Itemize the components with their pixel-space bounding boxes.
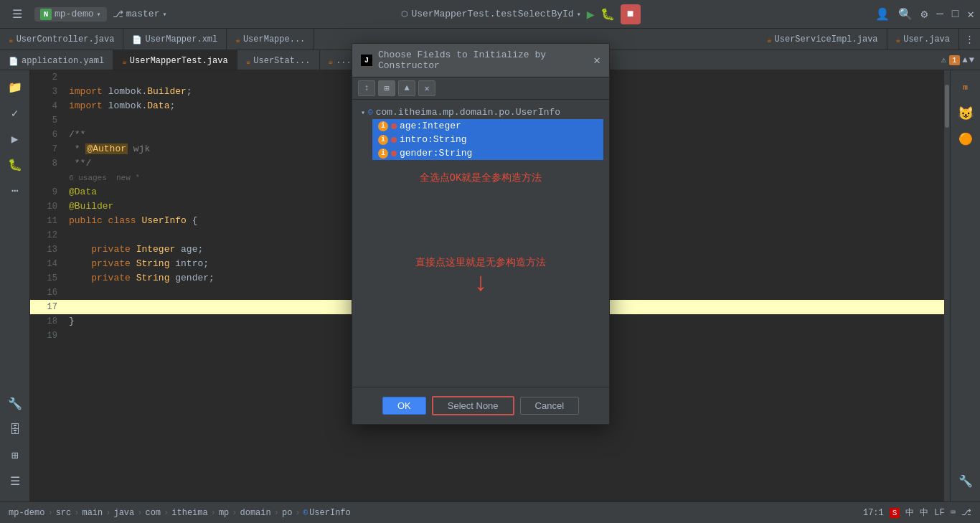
tab-label: UserMapperTest.java [130, 56, 228, 66]
sidebar-icon-services[interactable]: ☰ [4, 470, 27, 493]
tab-label: UserMappe... [243, 34, 305, 44]
down-button[interactable]: ✕ [418, 80, 435, 96]
vertical-scrollbar[interactable] [944, 70, 950, 501]
java-icon7: ☕ [329, 57, 334, 66]
tab-userserviceimpl[interactable]: ☕ UserServiceImpl.java [758, 29, 887, 50]
java-icon6: ☕ [246, 57, 251, 66]
maximize-icon[interactable]: □ [952, 8, 959, 21]
sidebar-icon-project[interactable]: 📁 [4, 76, 27, 99]
branch-label: master [126, 9, 160, 19]
tab-usercontroller[interactable]: ☕ UserController.java [0, 29, 123, 50]
stop-button[interactable]: ■ [621, 4, 641, 24]
warning-count: 1 [949, 55, 960, 65]
run-config-icon: ⬡ [401, 9, 408, 19]
field-info-icon-intro: i [378, 135, 388, 145]
select-none-button[interactable]: Select None [432, 396, 514, 415]
tab-label: UserMapper.xml [145, 34, 217, 44]
scrollbar-thumb[interactable] [945, 85, 949, 128]
run-config[interactable]: ⬡ UserMapperTest.testSelectById ▾ [401, 9, 580, 19]
up-button[interactable]: ▲ [398, 80, 415, 96]
cursor-position[interactable]: 17:1 [863, 508, 884, 518]
status-bar-right: 17:1 S 中 中 LF ⌨ ⎇ [863, 506, 971, 519]
tree-class-item[interactable]: ▾ © com.itheima.mp.domain.po.UserInfo [358, 105, 603, 119]
tab-usermappertest[interactable]: ☕ UserMapperTest.java [113, 50, 237, 70]
menu-icon[interactable]: ☰ [6, 3, 29, 26]
modal-title: Choose Fields to Initialize by Construct… [378, 50, 588, 71]
tab-label: UserServiceImpl.java [775, 34, 878, 44]
sidebar-icon-run[interactable]: ▶ [4, 128, 27, 151]
keyboard-icon: ⌨ [951, 507, 956, 518]
right-sidebar-mybatis-icon[interactable]: m [954, 76, 977, 99]
project-chevron-icon: ▾ [97, 10, 101, 19]
modal-footer: OK Select None Cancel [352, 387, 609, 424]
tab-label: UserStat... [253, 56, 310, 66]
project-name-label: mp-demo [55, 9, 94, 19]
run-config-label: UserMapperTest.testSelectById [411, 9, 573, 19]
breadcrumb-itheima: itheima [171, 508, 207, 518]
sidebar-icon-db[interactable]: 🗄 [4, 418, 27, 441]
breadcrumb-java: java [113, 508, 134, 518]
left-sidebar: 📁 ✓ ▶ 🐛 ⋯ 🔧 🗄 ⊞ ☰ [0, 70, 30, 501]
class-icon: © [368, 108, 373, 117]
search-icon[interactable]: 🔍 [898, 7, 913, 22]
tree-root: ▾ © com.itheima.mp.domain.po.UserInfo i … [352, 103, 609, 163]
tab-application-yaml[interactable]: 📄 application.yaml [0, 50, 113, 70]
yaml-icon: 📄 [9, 57, 19, 66]
modal-close-button[interactable]: ✕ [593, 53, 600, 67]
annotation-all-select: 全选点OK就是全参构造方法 [352, 163, 609, 193]
field-age[interactable]: i age:Integer [372, 119, 603, 133]
tab-user[interactable]: ☕ User.java [887, 29, 959, 50]
tab-usermapper[interactable]: ☕ UserMappe... [227, 29, 314, 50]
field-gender[interactable]: i gender:String [372, 146, 603, 160]
run-config-chevron-icon: ▾ [577, 10, 581, 19]
tab-usermapper-xml[interactable]: 📄 UserMapper.xml [123, 29, 227, 50]
warning-indicator: ⚠1 ▲ ▼ [936, 50, 980, 70]
settings-icon[interactable]: ⚙ [921, 7, 928, 22]
sort-button[interactable]: ↕ [358, 80, 375, 96]
top-bar: ☰ N mp-demo ▾ ⎇ master ▾ ⬡ UserMapperTes… [0, 0, 980, 29]
sidebar-icon-more[interactable]: ⋯ [4, 179, 27, 202]
branch-selector[interactable]: ⎇ master ▾ [113, 9, 167, 20]
debug-button[interactable]: 🐛 [600, 7, 615, 22]
field-intro[interactable]: i intro:String [372, 133, 603, 146]
right-sidebar-icon1[interactable]: 😺 [954, 102, 977, 125]
project-name[interactable]: N mp-demo ▾ [34, 7, 107, 22]
warning-nav-up[interactable]: ▲ [963, 55, 968, 65]
warning-nav-down[interactable]: ▼ [969, 55, 974, 65]
more-tabs-icon[interactable]: ⋮ [959, 29, 980, 50]
modal-spacer [352, 193, 609, 250]
tab-label: UserController.java [17, 34, 115, 44]
run-button[interactable]: ▶ [587, 6, 595, 22]
user-icon[interactable]: 👤 [875, 7, 890, 22]
grid-button[interactable]: ⊞ [378, 80, 395, 96]
modal-content: ▾ © com.itheima.mp.domain.po.UserInfo i … [352, 100, 609, 387]
right-sidebar-icon3[interactable]: 🔧 [954, 470, 977, 493]
minimize-icon[interactable]: ─ [936, 8, 943, 21]
sidebar-icon-mybatis[interactable]: 🔧 [4, 392, 27, 415]
tab-userstat[interactable]: ☕ UserStat... [237, 50, 320, 70]
breadcrumb: mp-demo › src › main › java › com › ithe… [9, 508, 351, 518]
lf-label[interactable]: LF [934, 508, 944, 518]
branch-icon: ⎇ [113, 9, 123, 20]
field-dot-age [391, 123, 397, 129]
modal-app-icon: J [361, 55, 372, 66]
field-age-label: age:Integer [400, 121, 461, 131]
git-icon: ⎇ [961, 507, 971, 518]
close-icon[interactable]: ✕ [967, 7, 974, 22]
right-sidebar: m 😺 🟠 🔧 [950, 70, 980, 501]
tree-collapse-icon: ▾ [361, 108, 365, 117]
java-icon: ☕ [9, 35, 14, 44]
cancel-button[interactable]: Cancel [520, 397, 579, 415]
field-gender-label: gender:String [400, 148, 472, 159]
modal-toolbar: ↕ ⊞ ▲ ✕ [352, 77, 609, 100]
breadcrumb-src: src [56, 508, 72, 518]
sidebar-icon-commit[interactable]: ✓ [4, 102, 27, 125]
right-sidebar-icon2[interactable]: 🟠 [954, 128, 977, 151]
sidebar-icon-debug[interactable]: 🐛 [4, 154, 27, 176]
field-info-icon-age: i [378, 121, 388, 131]
breadcrumb-com: com [145, 508, 161, 518]
sidebar-icon-terminal[interactable]: ⊞ [4, 444, 27, 467]
ok-button[interactable]: OK [382, 397, 426, 415]
breadcrumb-mp-demo: mp-demo [9, 508, 44, 518]
encoding-label[interactable]: 中 [905, 506, 914, 519]
